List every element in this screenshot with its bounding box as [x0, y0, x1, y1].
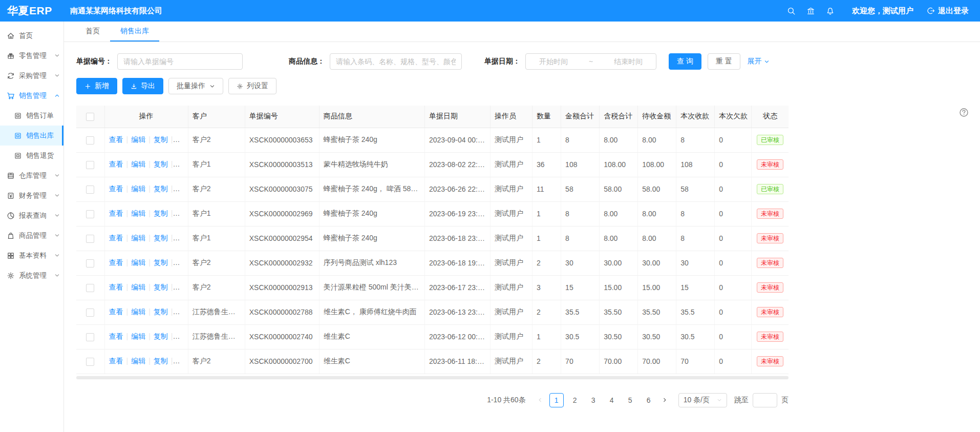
cell-received: 108 [676, 152, 715, 177]
sidebar-item-系统管理[interactable]: 系统管理 [0, 265, 63, 285]
tab-首页[interactable]: 首页 [75, 22, 110, 42]
search-button[interactable]: 查 询 [669, 53, 701, 70]
row-action-复制[interactable]: 复制 [154, 283, 168, 291]
batch-actions-button[interactable]: 批量操作 [168, 78, 223, 94]
row-action-复制[interactable]: 复制 [154, 357, 168, 365]
row-action-复制[interactable]: 复制 [154, 160, 168, 168]
row-action-编辑[interactable]: 编辑 [131, 307, 145, 316]
search-icon[interactable] [781, 7, 801, 15]
row-action-编辑[interactable]: 编辑 [131, 332, 145, 340]
row-checkbox[interactable] [86, 210, 94, 218]
page-button-2[interactable]: 2 [568, 393, 582, 407]
logout-button[interactable]: 退出登录 [927, 6, 969, 16]
cell-amount: 35.5 [561, 300, 600, 324]
row-action-查看[interactable]: 查看 [109, 357, 123, 365]
row-action-复制[interactable]: 复制 [154, 209, 168, 217]
sidebar-item-label: 基本资料 [19, 251, 54, 260]
cell-amount: 8 [561, 201, 600, 226]
row-checkbox[interactable] [86, 186, 94, 194]
sidebar-item-销售管理[interactable]: 销售管理 [0, 86, 63, 106]
sidebar-item-label: 采购管理 [19, 71, 54, 80]
sidebar-item-仓库管理[interactable]: 仓库管理 [0, 166, 63, 186]
chevron-down-icon [209, 84, 215, 89]
date-start-input[interactable] [531, 57, 576, 66]
select-all-checkbox[interactable] [86, 113, 94, 121]
row-action-查看[interactable]: 查看 [109, 307, 123, 316]
row-action-编辑[interactable]: 编辑 [131, 160, 145, 168]
row-action-查看[interactable]: 查看 [109, 234, 123, 242]
sidebar-item-财务管理[interactable]: 财务管理 [0, 186, 63, 205]
page-button-4[interactable]: 4 [605, 393, 619, 407]
row-action-复制[interactable]: 复制 [154, 184, 168, 193]
row-action-编辑[interactable]: 编辑 [131, 283, 145, 291]
table-row: 查看|编辑|复制|删除客户2XSCK00000002700维生素C2023-06… [76, 349, 789, 374]
row-checkbox[interactable] [86, 333, 94, 341]
row-action-编辑[interactable]: 编辑 [131, 209, 145, 217]
scrollbar-thumb[interactable] [76, 376, 789, 379]
bell-icon[interactable] [820, 7, 840, 15]
row-action-复制[interactable]: 复制 [154, 234, 168, 242]
sidebar-item-报表查询[interactable]: 报表查询 [0, 205, 63, 225]
row-action-查看[interactable]: 查看 [109, 258, 123, 266]
page-size-select[interactable]: 10 条/页 [678, 393, 727, 407]
row-checkbox[interactable] [86, 358, 94, 366]
row-checkbox[interactable] [86, 235, 94, 243]
row-action-编辑[interactable]: 编辑 [131, 135, 145, 143]
row-checkbox[interactable] [86, 161, 94, 169]
sidebar-item-采购管理[interactable]: 采购管理 [0, 66, 63, 86]
row-checkbox[interactable] [86, 284, 94, 292]
bill-no-input[interactable] [117, 53, 243, 70]
row-action-复制[interactable]: 复制 [154, 135, 168, 143]
row-action-复制[interactable]: 复制 [154, 307, 168, 316]
row-action-编辑[interactable]: 编辑 [131, 234, 145, 242]
reset-button[interactable]: 重 置 [708, 53, 740, 70]
page-button-3[interactable]: 3 [586, 393, 601, 407]
row-action-编辑[interactable]: 编辑 [131, 184, 145, 193]
sidebar-item-销售出库[interactable]: 销售出库 [0, 126, 63, 146]
jump-page-input[interactable] [753, 393, 777, 407]
row-checkbox[interactable] [86, 308, 94, 317]
date-end-input[interactable] [606, 57, 651, 66]
product-info-input[interactable] [330, 53, 462, 70]
row-action-查看[interactable]: 查看 [109, 283, 123, 291]
row-action-查看[interactable]: 查看 [109, 135, 123, 143]
sidebar-item-商品管理[interactable]: 商品管理 [0, 225, 63, 245]
cell-amount: 15 [561, 275, 600, 300]
cell-operator: 测试用户 [491, 300, 532, 324]
row-action-编辑[interactable]: 编辑 [131, 258, 145, 266]
row-action-查看[interactable]: 查看 [109, 209, 123, 217]
status-badge: 未审核 [757, 258, 783, 268]
row-action-复制[interactable]: 复制 [154, 258, 168, 266]
sidebar-item-基本资料[interactable]: 基本资料 [0, 245, 63, 265]
export-button[interactable]: 导出 [122, 78, 163, 94]
sidebar-item-首页[interactable]: 首页 [0, 26, 63, 46]
page-button-5[interactable]: 5 [623, 393, 637, 407]
cell-receivable: 30.50 [638, 324, 676, 349]
row-action-查看[interactable]: 查看 [109, 160, 123, 168]
sidebar-item-销售订单[interactable]: 销售订单 [0, 106, 63, 126]
cell-date: 2023-06-26 22:25:26 [424, 177, 490, 201]
tab-销售出库[interactable]: 销售出库 [110, 22, 159, 42]
date-range-picker[interactable]: ~ [525, 53, 656, 70]
prev-page-button[interactable] [533, 393, 547, 407]
cell-amount: 108 [561, 152, 600, 177]
page-button-1[interactable]: 1 [549, 393, 564, 407]
add-button[interactable]: 新增 [76, 78, 117, 94]
row-action-查看[interactable]: 查看 [109, 184, 123, 193]
app-logo[interactable]: 华夏ERP [0, 4, 64, 18]
row-action-查看[interactable]: 查看 [109, 332, 123, 340]
platform-icon[interactable] [801, 7, 820, 15]
row-checkbox[interactable] [86, 136, 94, 145]
row-action-复制[interactable]: 复制 [154, 332, 168, 340]
help-icon[interactable] [959, 108, 969, 117]
expand-filters-link[interactable]: 展开 [748, 57, 770, 66]
sidebar-item-销售退货[interactable]: 销售退货 [0, 146, 63, 166]
column-settings-button[interactable]: 列设置 [228, 78, 276, 94]
company-name: 南通某某网络科技有限公司 [70, 6, 162, 16]
row-action-编辑[interactable]: 编辑 [131, 357, 145, 365]
next-page-button[interactable] [658, 393, 672, 407]
page-button-6[interactable]: 6 [642, 393, 656, 407]
horizontal-scrollbar[interactable] [76, 376, 789, 380]
sidebar-item-零售管理[interactable]: 零售管理 [0, 46, 63, 66]
row-checkbox[interactable] [86, 259, 94, 268]
